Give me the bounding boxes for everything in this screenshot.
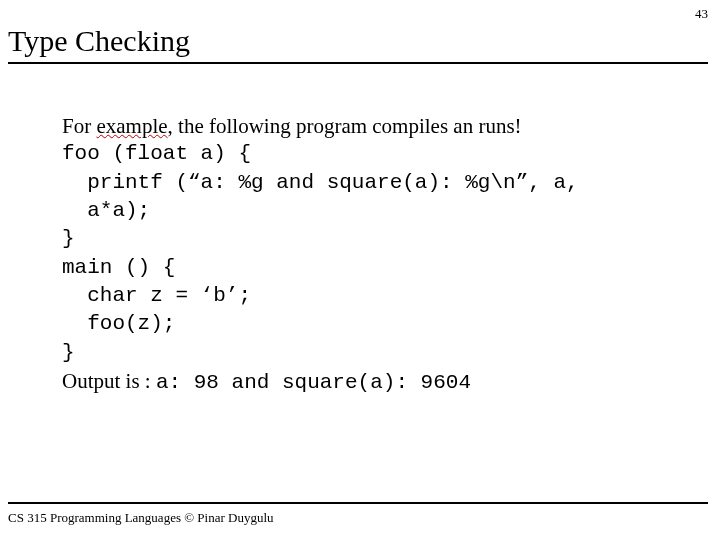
footer-divider: [8, 502, 708, 504]
code-line: foo(z);: [62, 310, 680, 338]
intro-line: For example, the following program compi…: [62, 112, 680, 140]
code-line: printf (“a: %g and square(a): %g\n”, a,: [62, 169, 680, 197]
output-label: Output is :: [62, 369, 156, 393]
footer-text: CS 315 Programming Languages © Pinar Duy…: [8, 510, 274, 526]
code-line: a*a);: [62, 197, 680, 225]
page-number: 43: [695, 6, 708, 22]
intro-suffix: , the following program compiles an runs…: [168, 114, 522, 138]
title-block: Type Checking: [0, 0, 720, 64]
slide-body: For example, the following program compi…: [0, 64, 720, 397]
output-line: Output is : a: 98 and square(a): 9604: [62, 367, 680, 397]
output-value: a: 98 and square(a): 9604: [156, 371, 471, 394]
intro-emph: example: [96, 114, 167, 138]
code-line: foo (float a) {: [62, 140, 680, 168]
intro-prefix: For: [62, 114, 96, 138]
code-line: }: [62, 339, 680, 367]
code-line: char z = ‘b’;: [62, 282, 680, 310]
code-line: main () {: [62, 254, 680, 282]
slide-title: Type Checking: [8, 24, 708, 60]
code-line: }: [62, 225, 680, 253]
